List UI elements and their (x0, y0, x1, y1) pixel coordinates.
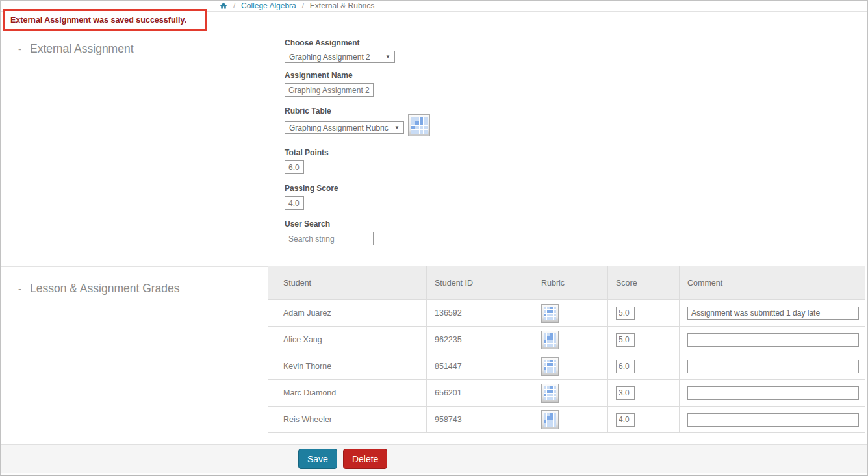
breadcrumb-current: External & Rubrics (310, 1, 374, 10)
choose-assignment-group: Choose Assignment Graphing Assignment 2 … (285, 38, 395, 63)
section-grades: - Lesson & Assignment Grades (18, 282, 180, 295)
student-id: 656201 (427, 380, 533, 406)
comment-cell (680, 407, 865, 432)
rubric-table-value: Graphing Assignment Rubric (289, 123, 389, 132)
comment-cell (680, 353, 865, 379)
save-button[interactable]: Save (298, 449, 337, 469)
breadcrumb: / College Algebra / External & Rubrics (220, 1, 374, 10)
footer-bar: Save Delete (1, 444, 867, 473)
breadcrumb-course-link[interactable]: College Algebra (241, 1, 296, 10)
vertical-divider (268, 22, 268, 267)
rubric-cell (533, 380, 608, 406)
rubric-grid-icon[interactable] (408, 114, 430, 136)
grades-table: Student Student ID Rubric Score Comment … (268, 266, 865, 433)
rubric-cell (533, 353, 608, 379)
assignment-name-label: Assignment Name (285, 71, 374, 80)
passing-score-label: Passing Score (285, 184, 338, 193)
student-name: Marc Diamond (268, 380, 427, 406)
passing-score-group: Passing Score (285, 184, 338, 210)
success-alert: External Assignment was saved successful… (3, 9, 207, 31)
choose-assignment-select[interactable]: Graphing Assignment 2 ▼ (285, 51, 395, 63)
rubric-table-group: Rubric Table Graphing Assignment Rubric … (285, 106, 430, 136)
header-student: Student (268, 266, 427, 299)
student-name: Reis Wheeler (268, 407, 427, 432)
user-search-input[interactable] (285, 232, 374, 245)
comment-cell (680, 380, 865, 406)
rubric-grid-icon[interactable] (541, 331, 559, 349)
score-cell (608, 327, 680, 353)
choose-assignment-label: Choose Assignment (285, 38, 395, 47)
passing-score-input[interactable] (285, 196, 304, 210)
chevron-down-icon: ▼ (394, 125, 400, 131)
student-id: 136592 (427, 300, 533, 326)
score-input[interactable] (616, 333, 635, 347)
rubric-grid-icon[interactable] (541, 304, 559, 323)
rubric-grid-icon[interactable] (541, 384, 559, 403)
table-row: Kevin Thorne851447 (268, 353, 865, 380)
rubric-cell (533, 300, 608, 326)
score-cell (608, 407, 680, 432)
assignment-name-group: Assignment Name (285, 71, 374, 97)
header-comment: Comment (680, 266, 865, 299)
page: / College Algebra / External & Rubrics E… (0, 0, 868, 476)
success-alert-message: External Assignment was saved successful… (10, 16, 186, 25)
header-student-id: Student ID (427, 266, 533, 299)
header-score: Score (608, 266, 680, 299)
comment-input[interactable] (687, 333, 859, 347)
assignment-name-input[interactable] (285, 83, 374, 97)
table-row: Adam Juarez136592 (268, 300, 865, 327)
comment-cell (680, 300, 865, 326)
rubric-grid-icon[interactable] (541, 410, 559, 429)
section-external-assignment: - External Assignment (18, 42, 134, 56)
grades-table-body: Adam Juarez136592Alice Xang962235Kevin T… (268, 300, 865, 433)
section-title-external-assignment: External Assignment (30, 42, 134, 56)
comment-cell (680, 327, 865, 353)
student-name: Adam Juarez (268, 300, 427, 326)
choose-assignment-value: Graphing Assignment 2 (289, 53, 370, 62)
student-name: Kevin Thorne (268, 353, 427, 379)
user-search-label: User Search (285, 219, 374, 229)
table-row: Reis Wheeler958743 (268, 407, 865, 433)
student-id: 958743 (427, 407, 533, 432)
score-input[interactable] (616, 413, 635, 427)
comment-input[interactable] (687, 307, 859, 320)
horizontal-divider (1, 266, 268, 267)
score-cell (608, 380, 680, 406)
total-points-input[interactable] (285, 160, 304, 174)
collapse-toggle-icon[interactable]: - (18, 283, 21, 294)
score-input[interactable] (616, 307, 635, 320)
total-points-label: Total Points (285, 148, 329, 157)
student-id: 962235 (427, 327, 533, 353)
score-input[interactable] (616, 360, 635, 373)
comment-input[interactable] (687, 413, 859, 427)
rubric-cell (533, 407, 608, 432)
score-cell (608, 300, 680, 326)
header-rubric: Rubric (533, 266, 608, 299)
comment-input[interactable] (687, 386, 859, 400)
rubric-cell (533, 327, 608, 353)
rubric-grid-icon[interactable] (541, 357, 559, 376)
student-name: Alice Xang (268, 327, 427, 353)
section-title-grades: Lesson & Assignment Grades (30, 282, 180, 295)
breadcrumb-separator: / (302, 2, 304, 10)
chevron-down-icon: ▼ (385, 54, 390, 60)
score-cell (608, 353, 680, 379)
breadcrumb-separator: / (233, 2, 235, 10)
delete-button[interactable]: Delete (343, 449, 387, 469)
home-icon[interactable] (220, 2, 227, 10)
table-row: Alice Xang962235 (268, 327, 865, 353)
student-id: 851447 (427, 353, 533, 379)
collapse-toggle-icon[interactable]: - (18, 44, 21, 55)
rubric-table-select[interactable]: Graphing Assignment Rubric ▼ (285, 121, 404, 134)
grades-table-header: Student Student ID Rubric Score Comment (268, 266, 865, 300)
comment-input[interactable] (687, 360, 859, 373)
user-search-group: User Search (285, 219, 374, 245)
score-input[interactable] (616, 386, 635, 400)
table-row: Marc Diamond656201 (268, 380, 865, 407)
window-edge (1, 473, 867, 476)
total-points-group: Total Points (285, 148, 329, 174)
